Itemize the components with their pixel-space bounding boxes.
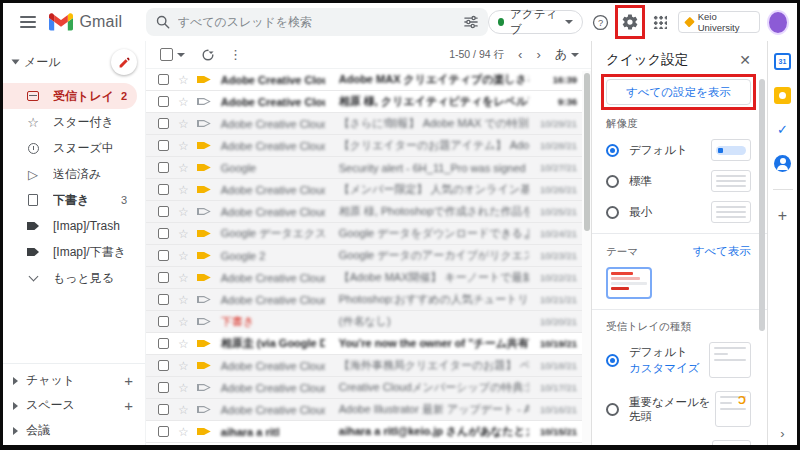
radio-button[interactable] [606,354,619,367]
star-toggle-icon[interactable]: ☆ [178,271,189,285]
inbox-type-option[interactable]: 重要なメールを先頭 Ɔ [606,391,751,427]
theme-thumbnail[interactable] [606,267,652,299]
email-checkbox[interactable] [158,184,169,195]
search-input[interactable] [178,15,456,29]
radio-button[interactable] [606,144,619,157]
sidebar-bottom-item[interactable]: 会議 [3,418,145,443]
scrollbar-thumb[interactable] [584,73,590,231]
panel-scrollbar-thumb[interactable] [759,79,765,331]
email-checkbox[interactable] [158,228,169,239]
importance-marker-icon[interactable] [197,96,211,107]
importance-marker-icon[interactable] [197,272,211,283]
newer-page-button[interactable]: ‹ [518,47,522,62]
importance-marker-icon[interactable] [197,228,211,239]
inbox-type-option[interactable]: デフォルト カスタマイズ [606,342,751,378]
add-plus-icon[interactable]: + [124,397,133,414]
chat-status-chip[interactable]: アクティブ [488,10,583,34]
star-toggle-icon[interactable]: ☆ [178,139,189,153]
star-toggle-icon[interactable]: ☆ [178,161,189,175]
email-checkbox[interactable] [158,272,169,283]
google-apps-button[interactable] [648,9,670,35]
email-row[interactable]: ☆ Adobe Creative Cloud Adobe Illustrator… [146,399,591,421]
star-toggle-icon[interactable]: ☆ [178,117,189,131]
input-tools-button[interactable]: あ [555,46,579,63]
email-row[interactable]: ☆ Adobe Creative Cloud Adobe MAX クリエイティブ… [146,69,591,91]
help-button[interactable]: ? [590,9,612,35]
importance-marker-icon[interactable] [197,162,211,173]
more-options-button[interactable]: ⋮ [229,47,242,62]
star-toggle-icon[interactable]: ☆ [178,205,189,219]
sidebar-folder-item[interactable]: [Imap]/下書き [3,239,137,265]
sidebar-bottom-item[interactable]: チャット + [3,368,145,393]
email-checkbox[interactable] [158,74,169,85]
density-option[interactable]: デフォルト [606,139,751,161]
sidebar-folder-item[interactable]: ☆ スター付き [3,109,137,135]
email-checkbox[interactable] [158,96,169,107]
email-checkbox[interactable] [158,294,169,305]
customize-link[interactable]: カスタマイズ [629,361,700,375]
older-page-button[interactable]: › [536,47,540,62]
star-toggle-icon[interactable]: ☆ [178,227,189,241]
email-row[interactable]: ☆ Adobe Creative Cloud 【クリエイターのお題アイテム】 A… [146,135,591,157]
gmail-logo[interactable]: Gmail [49,13,131,31]
star-toggle-icon[interactable]: ☆ [178,95,189,109]
sidebar-folder-item[interactable]: ▷ 送信済み [3,161,137,187]
sidebar-folder-item[interactable]: スヌーズ中 [3,135,137,161]
star-toggle-icon[interactable]: ☆ [178,425,189,439]
email-row[interactable]: ☆ Adobe Creative Cloud 【さらに!朗報】 Adobe MA… [146,113,591,135]
email-list-scrollbar[interactable] [582,71,591,445]
radio-button[interactable] [606,206,619,219]
email-row[interactable]: ☆ Google データエクス.. 3 Google データをダウンロードできる… [146,223,591,245]
star-toggle-icon[interactable]: ☆ [178,337,189,351]
refresh-button[interactable] [201,48,215,62]
star-toggle-icon[interactable]: ☆ [178,183,189,197]
email-checkbox[interactable] [158,140,169,151]
search-bar[interactable] [146,8,488,36]
star-toggle-icon[interactable]: ☆ [178,315,189,329]
mail-section-header[interactable]: メール [3,47,145,83]
importance-marker-icon[interactable] [197,294,211,305]
sidebar-bottom-item[interactable]: スペース + [3,393,145,418]
star-toggle-icon[interactable]: ☆ [178,73,189,87]
importance-marker-icon[interactable] [197,184,211,195]
collapse-side-panel-button[interactable]: › [780,426,784,441]
compose-button[interactable] [111,49,137,75]
email-checkbox[interactable] [158,206,169,217]
sidebar-folder-item[interactable]: もっと見る [3,265,137,291]
importance-marker-icon[interactable] [197,338,211,349]
add-plus-icon[interactable]: + [124,372,133,389]
account-avatar[interactable] [767,10,789,35]
importance-marker-icon[interactable] [197,382,211,393]
email-row[interactable]: ☆ Adobe Creative Cloud 【海外事務局クリエイターのお題】 … [146,355,591,377]
email-row[interactable]: ☆ Adobe Creative Cloud 【Adobe MAX開催】 キーノ… [146,267,591,289]
sidebar-folder-item[interactable]: 下書き 3 [3,187,137,213]
star-toggle-icon[interactable]: ☆ [178,359,189,373]
email-checkbox[interactable] [158,360,169,371]
email-checkbox[interactable] [158,250,169,261]
importance-marker-icon[interactable] [197,404,211,415]
email-row[interactable]: ☆ Adobe Creative Cloud Creative Cloudメンバ… [146,377,591,399]
email-checkbox[interactable] [158,382,169,393]
email-checkbox[interactable] [158,316,169,327]
radio-button[interactable] [606,403,619,416]
email-row[interactable]: ☆ aihara a ritl aihara a ritl@keio.jp さん… [146,421,591,443]
sidebar-folder-item[interactable]: 受信トレイ 2 [3,83,137,109]
close-panel-button[interactable]: ✕ [739,52,751,68]
email-checkbox[interactable] [158,426,169,437]
email-checkbox[interactable] [158,338,169,349]
select-all-checkbox[interactable] [160,48,173,61]
tasks-icon[interactable]: ✓ [774,121,791,138]
star-toggle-icon[interactable]: ☆ [178,403,189,417]
see-all-settings-button[interactable]: すべての設定を表示 [606,79,751,105]
keep-icon[interactable] [774,87,791,104]
radio-button[interactable] [606,175,619,188]
density-option[interactable]: 標準 [606,170,751,192]
search-options-tune-icon[interactable] [464,15,478,29]
star-toggle-icon[interactable]: ☆ [178,381,189,395]
select-dropdown-caret-icon[interactable] [177,53,185,57]
email-row[interactable]: ☆ Google Security alert - 6H_11_Pro was … [146,157,591,179]
email-row[interactable]: ☆ Adobe Creative Cloud Photoshop:おすすめの人気… [146,289,591,311]
importance-marker-icon[interactable] [197,316,211,327]
email-row[interactable]: ☆ 相原圭 (via Google Dri You're now the own… [146,333,591,355]
email-row[interactable]: ☆ Google 2 Google データのアーカイブがリクエストされました -… [146,245,591,267]
